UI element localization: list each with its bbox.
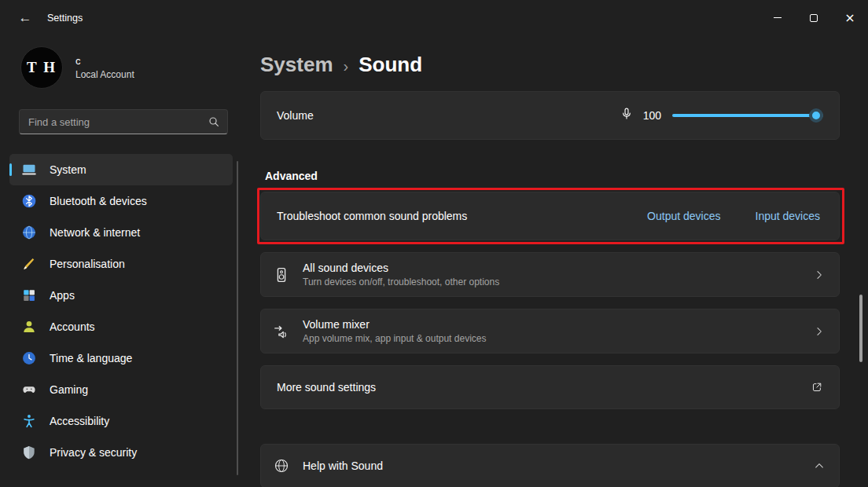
troubleshoot-row-wrap: Troubleshoot common sound problems Outpu… [260,192,840,240]
breadcrumb-separator: › [344,57,349,75]
sidebar-item-label: Time & language [50,352,132,364]
volume-label: Volume [277,109,620,122]
sidebar-item-gaming[interactable]: Gaming [9,374,233,405]
close-icon: × [844,12,855,24]
close-button[interactable]: × [832,0,868,35]
microphone-icon [620,107,634,124]
avatar: T H [20,46,63,89]
chevron-right-icon [814,269,825,280]
sidebar-item-time-language[interactable]: Time & language [9,342,233,374]
sidebar-item-label: Bluetooth & devices [50,195,147,207]
volume-mixer-row[interactable]: Volume mixer App volume mix, app input &… [260,309,840,353]
user-name: c [75,55,134,67]
row-title: Volume mixer [303,318,486,331]
volume-value: 100 [643,109,661,122]
titlebar: ← Settings × [0,0,868,35]
all-sound-devices-text: All sound devices Turn devices on/off, t… [303,262,499,287]
breadcrumb: System › Sound [260,53,840,77]
breadcrumb-system[interactable]: System [260,53,333,77]
search-input[interactable] [20,110,227,134]
output-devices-link[interactable]: Output devices [647,210,720,222]
sidebar-item-label: Apps [50,289,75,302]
more-sound-settings-row[interactable]: More sound settings [260,365,840,409]
back-arrow-icon: ← [19,10,32,26]
input-devices-link[interactable]: Input devices [756,210,821,222]
sidebar-item-system[interactable]: System [9,154,233,185]
person-icon [21,319,37,335]
speaker-device-icon [272,265,291,284]
volume-slider[interactable] [672,108,823,123]
minimize-button[interactable] [760,0,796,35]
row-title: All sound devices [303,262,499,274]
sidebar-item-label: Privacy & security [50,446,137,459]
sidebar-item-network-internet[interactable]: Network & internet [9,217,233,248]
search-box [19,109,228,134]
sidebar-nav: System Bluetooth & devices Network & int… [0,154,245,468]
display-icon [21,162,37,178]
all-sound-devices-row[interactable]: All sound devices Turn devices on/off, t… [260,252,840,297]
maximize-button[interactable] [796,0,832,35]
sidebar-item-label: Personalisation [50,258,125,270]
troubleshoot-links: Output devices Input devices [647,210,820,222]
sidebar-item-accessibility[interactable]: Accessibility [9,405,233,437]
row-subtitle: App volume mix, app input & output devic… [303,333,486,344]
bluetooth-icon [21,193,37,209]
sidebar-item-bluetooth-devices[interactable]: Bluetooth & devices [9,185,233,217]
chevron-right-icon [814,326,825,337]
settings-window: ← Settings × T H c Local Account [0,0,868,487]
row-subtitle: Turn devices on/off, troubleshoot, other… [303,276,499,287]
user-meta: c Local Account [75,55,134,80]
clock-icon [21,350,37,366]
maximize-icon [810,14,818,22]
help-with-sound-row[interactable]: Help with Sound [260,444,840,487]
chevron-up-icon[interactable] [814,460,825,471]
main-content: System › Sound Volume 100 Advanced Troub… [260,35,840,487]
volume-mixer-icon [272,322,291,341]
sidebar-item-label: Accessibility [50,415,109,427]
volume-slider-thumb[interactable] [809,108,823,123]
shield-icon [21,445,37,460]
more-sound-settings-label: More sound settings [277,381,811,394]
sidebar-scrollbar[interactable] [237,161,238,475]
paintbrush-icon [21,256,37,272]
apps-grid-icon [21,287,37,303]
sidebar-item-privacy-security[interactable]: Privacy & security [9,437,233,468]
advanced-section-header: Advanced [260,170,840,182]
volume-slider-track [672,114,823,117]
globe-network-icon [21,225,37,240]
troubleshoot-label: Troubleshoot common sound problems [277,210,647,222]
gamepad-icon [21,382,37,397]
user-account-type: Local Account [75,69,134,80]
back-button[interactable]: ← [9,4,41,32]
help-globe-icon [272,456,291,475]
volume-mixer-text: Volume mixer App volume mix, app input &… [303,318,486,344]
sidebar-item-label: Network & internet [50,226,140,239]
external-link-icon [811,381,823,394]
sidebar-item-label: Accounts [50,320,95,333]
sidebar-item-apps[interactable]: Apps [9,280,233,311]
help-title: Help with Sound [303,460,383,472]
search-icon[interactable] [208,115,220,131]
sidebar-item-personalisation[interactable]: Personalisation [9,248,233,280]
window-controls: × [760,0,868,35]
app-title: Settings [47,13,83,24]
sidebar-item-label: Gaming [50,383,88,396]
user-profile[interactable]: T H c Local Account [0,35,245,100]
volume-card: Volume 100 [260,91,840,140]
minimize-icon [774,17,782,18]
troubleshoot-card: Troubleshoot common sound problems Outpu… [260,192,840,240]
sidebar-item-label: System [50,163,86,176]
sidebar-item-accounts[interactable]: Accounts [9,311,233,342]
page-title: Sound [359,53,422,77]
sidebar: T H c Local Account System [0,35,245,468]
main-scrollbar[interactable] [859,295,862,362]
accessibility-icon [21,413,37,429]
